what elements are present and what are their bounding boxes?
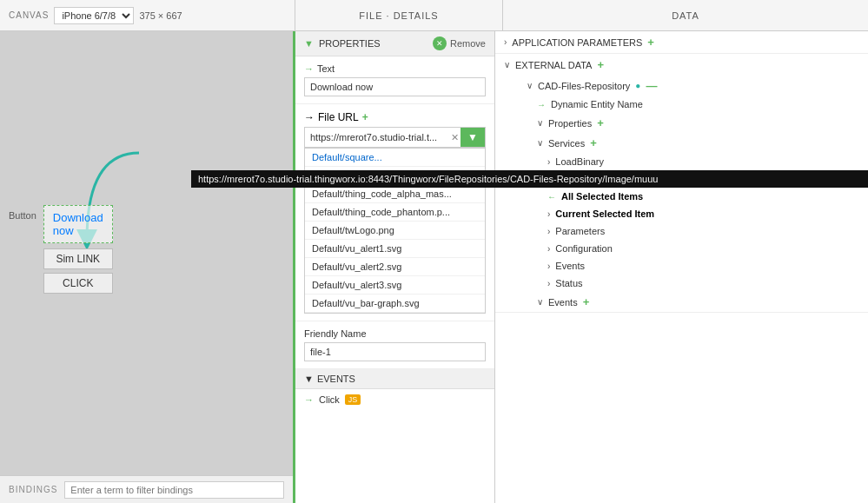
text-input[interactable] [304, 77, 486, 96]
widget-button-label: Button [9, 210, 36, 221]
widget-container: Button Downloadnow Sim LINK CLICK [9, 205, 113, 294]
dropdown-item[interactable]: Default/square... [305, 149, 485, 167]
text-arrow-icon: → [304, 63, 314, 74]
app-params-label: APPLICATION PARAMETERS [512, 37, 642, 48]
current-selected-item[interactable]: › Current Selected Item [495, 205, 868, 222]
cad-repo-minus-icon[interactable]: — [646, 79, 657, 92]
dropdown-item[interactable]: Default/vu_alert3.svg [305, 276, 485, 295]
events-tree-label: Events [548, 297, 578, 308]
file-url-add-icon[interactable]: + [362, 111, 368, 123]
nested-events-item[interactable]: › Events [495, 257, 868, 275]
properties-label: Properties [548, 118, 592, 129]
events-title: EVENTS [317, 374, 355, 384]
status-item[interactable]: › Status [495, 275, 868, 292]
text-prop-label: → Text [304, 63, 486, 74]
parameters-label: Parameters [555, 226, 605, 236]
current-selected-chevron: › [547, 209, 550, 219]
device-selector[interactable]: iPhone 6/7/8 iPhone X iPad [54, 7, 134, 24]
friendly-name-label: Friendly Name [304, 328, 486, 339]
all-selected-items-item[interactable]: ← All Selected Items [495, 188, 868, 205]
configuration-chevron: › [547, 244, 550, 254]
url-input-row: ✕ ▼ [304, 127, 486, 148]
nested-events-chevron: › [547, 261, 550, 271]
collapse-icon[interactable]: ▼ [304, 38, 314, 49]
bindings-filter-input[interactable] [64, 481, 284, 499]
url-dropdown-button[interactable]: ▼ [461, 128, 485, 147]
configuration-label: Configuration [555, 243, 612, 254]
url-input[interactable] [305, 129, 449, 146]
app-params-add-icon[interactable]: + [647, 36, 654, 49]
js-badge[interactable]: JS [345, 394, 361, 405]
properties-item[interactable]: ∨ Properties + [495, 113, 868, 133]
download-widget[interactable]: Downloadnow [43, 205, 113, 243]
sim-link-label: Sim LINK [56, 253, 100, 265]
dropdown-item[interactable]: Default/vu_alert1.svg [305, 240, 485, 258]
bindings-label: BINDINGS [9, 485, 57, 494]
dropdown-item[interactable]: Default/vu_alert2.svg [305, 258, 485, 276]
download-text: Downloadnow [53, 211, 103, 237]
properties-add-icon[interactable]: + [597, 116, 604, 129]
services-label: Services [548, 138, 585, 149]
events-collapse-icon[interactable]: ▼ [304, 374, 314, 384]
click-item[interactable]: CLICK [43, 273, 113, 294]
properties-chevron: ∨ [537, 118, 543, 128]
app-params-chevron: › [504, 37, 507, 47]
cad-repo-item[interactable]: ∨ CAD-Files-Repository ● — [495, 76, 868, 96]
dynamic-entity-arrow: → [537, 100, 546, 109]
external-data-header[interactable]: ∨ EXTERNAL DATA + [495, 54, 868, 76]
services-item[interactable]: ∨ Services + [495, 133, 868, 153]
dropdown-item[interactable]: Default/twLogo.png [305, 222, 485, 240]
event-arrow-icon: → [304, 394, 314, 405]
app-params-section: › APPLICATION PARAMETERS + [495, 31, 868, 54]
file-url-label: → File URL + [304, 111, 486, 123]
services-add-icon[interactable]: + [590, 136, 597, 149]
events-tree-item[interactable]: ∨ Events + [495, 292, 868, 312]
file-url-text: File URL [318, 111, 359, 123]
app-params-header[interactable]: › APPLICATION PARAMETERS + [495, 31, 868, 53]
remove-icon: ✕ [433, 36, 447, 50]
all-selected-arrow: ← [547, 192, 556, 202]
cad-repo-circle-icon: ● [635, 81, 640, 90]
load-binary-label: LoadBinary [555, 156, 604, 167]
configuration-item[interactable]: › Configuration [495, 240, 868, 257]
events-add-icon[interactable]: + [583, 295, 590, 308]
tooltip-text: https://mrerot7o.studio-trial.thingworx.… [495, 174, 658, 184]
bindings-bar: BINDINGS [0, 475, 293, 503]
click-event-row: → Click JS [295, 389, 494, 410]
load-binary-item[interactable]: › LoadBinary [495, 153, 868, 170]
resolution-text: 375 × 667 [139, 10, 182, 21]
events-tree-chevron: ∨ [537, 297, 543, 307]
friendly-name-input[interactable] [304, 342, 486, 361]
click-event-label: Click [319, 394, 340, 405]
services-chevron: ∨ [537, 138, 543, 148]
url-clear-icon[interactable]: ✕ [449, 132, 461, 143]
properties-title: PROPERTIES [319, 38, 381, 49]
dropdown-item[interactable]: Default/thing_code_phantom.p... [305, 203, 485, 222]
remove-label: Remove [450, 38, 486, 49]
data-panel: https://mrerot7o.studio-trial.thingworx.… [495, 31, 868, 503]
remove-button[interactable]: ✕ Remove [433, 36, 486, 50]
tooltip-bar: https://mrerot7o.studio-trial.thingworx.… [495, 170, 868, 188]
canvas-header: CANVAS iPhone 6/7/8 iPhone X iPad 375 × … [0, 0, 295, 30]
data-label: DATA [672, 10, 699, 21]
dropdown-item[interactable]: Default/vu_bar-graph.svg [305, 295, 485, 313]
all-selected-label: All Selected Items [561, 191, 643, 202]
canvas-panel: Button Downloadnow Sim LINK CLICK [0, 31, 295, 503]
parameters-item[interactable]: › Parameters [495, 222, 868, 240]
properties-panel: ▼ PROPERTIES ✕ Remove → Text → File URL … [295, 31, 495, 503]
cad-repo-chevron: ∨ [527, 81, 533, 90]
load-binary-arrow: › [547, 157, 550, 167]
current-selected-label: Current Selected Item [555, 208, 654, 219]
dropdown-item[interactable]: Default/thing_code_alpha_mas... [305, 185, 485, 203]
file-url-arrow-icon: → [304, 111, 315, 123]
sim-link-item[interactable]: Sim LINK [43, 248, 113, 269]
external-data-add-icon[interactable]: + [597, 58, 604, 71]
external-data-chevron: ∨ [504, 60, 510, 69]
friendly-name-section: Friendly Name [295, 321, 494, 369]
click-label: CLICK [63, 277, 93, 289]
data-header: DATA [503, 0, 868, 30]
dynamic-entity-item[interactable]: → Dynamic Entity Name [495, 96, 868, 113]
status-label: Status [555, 278, 582, 288]
cad-repo-label: CAD-Files-Repository [538, 81, 630, 91]
friendly-name-text: Friendly Name [304, 328, 367, 339]
